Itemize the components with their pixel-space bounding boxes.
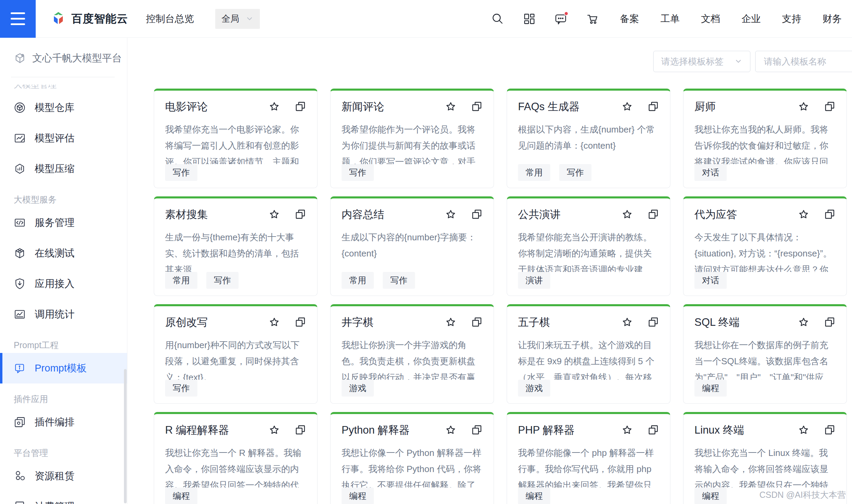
apps-grid-button[interactable] [523, 13, 536, 25]
card-tags: 常用写作 [342, 272, 483, 289]
favorite-button[interactable] [268, 424, 280, 436]
nav-item-gongdan[interactable]: 工单 [660, 12, 680, 25]
star-icon [798, 209, 809, 220]
favorite-button[interactable] [445, 209, 457, 220]
template-card[interactable]: Python 解释器 我想让你像一个 Python 解释器一样行事。我将给你 P… [330, 412, 494, 504]
nav-item-caiwu[interactable]: 财务 [822, 12, 842, 25]
template-name-input[interactable] [755, 51, 852, 72]
card-tag: 常用 [342, 272, 374, 289]
sidebar-item-model-warehouse[interactable]: 模型仓库 [0, 92, 127, 123]
favorite-button[interactable] [798, 317, 809, 328]
favorite-button[interactable] [445, 317, 457, 328]
copy-icon [471, 209, 483, 220]
resource-leasing-icon [14, 470, 26, 482]
template-card[interactable]: FAQs 生成器 根据以下内容，生成{number} 个常见问题的清单：{con… [507, 89, 670, 188]
sidebar-menu: 大模型管理 模型仓库 模型评估 模型压缩 大模型服务 服务管理 在线测试 应用接… [0, 79, 127, 504]
nav-item-qiye[interactable]: 企业 [741, 12, 761, 25]
card-tag: 写作 [206, 272, 239, 289]
nav-item-beian[interactable]: 备案 [620, 12, 639, 25]
template-card[interactable]: 电影评论 我希望你充当一个电影评论家。你将编写一篇引人入胜和有创意的影评。你可以… [154, 89, 318, 188]
sidebar-item-plugin-orchestration[interactable]: 插件编排 [0, 407, 127, 437]
copy-icon [647, 209, 659, 220]
template-card[interactable]: 厨师 我想让你充当我的私人厨师。我将告诉你我的饮食偏好和过敏症，你将建议我尝试的… [683, 89, 847, 188]
copy-icon [647, 101, 659, 113]
template-card[interactable]: 新闻评论 我希望你能作为一个评论员。我将为你们提供与新闻有关的故事或话题，你们要… [330, 89, 494, 188]
hamburger-menu-button[interactable] [0, 0, 36, 38]
card-title: 电影评论 [165, 100, 254, 114]
favorite-button[interactable] [798, 101, 809, 113]
sidebar-item-call-statistics[interactable]: 调用统计 [0, 299, 127, 330]
sidebar-item-billing-management[interactable]: 计费管理 [0, 491, 127, 504]
copy-button[interactable] [824, 209, 836, 220]
brand-logo[interactable]: 百度智能云 [50, 11, 128, 27]
region-selector-value: 全局 [221, 13, 239, 25]
template-card[interactable]: 素材搜集 生成一份与{theme}有关的十大事实、统计数据和趋势的清单，包括其来… [154, 196, 318, 296]
favorite-button[interactable] [268, 317, 280, 328]
copy-button[interactable] [824, 317, 836, 328]
copy-button[interactable] [295, 209, 306, 220]
copy-button[interactable] [471, 101, 483, 113]
copy-button[interactable] [471, 209, 483, 220]
copy-button[interactable] [647, 101, 659, 113]
star-icon [268, 101, 280, 113]
sidebar-item-app-access[interactable]: 应用接入 [0, 268, 127, 299]
favorite-button[interactable] [268, 101, 280, 113]
copy-button[interactable] [295, 101, 306, 113]
sidebar-item-resource-leasing[interactable]: 资源租赁 [0, 461, 127, 491]
template-card[interactable]: R 编程解释器 我想让你充当一个 R 解释器。我输入命令，你回答终端应该显示的内… [154, 412, 318, 504]
favorite-button[interactable] [621, 101, 633, 113]
favorite-button[interactable] [445, 101, 457, 113]
region-selector[interactable]: 全局 [215, 9, 260, 29]
copy-button[interactable] [824, 101, 836, 113]
copy-button[interactable] [824, 424, 836, 436]
favorite-button[interactable] [621, 317, 633, 328]
template-card[interactable]: PHP 解释器 我希望你能像一个 php 解释器一样行事。我给你写代码，你就用 … [507, 412, 670, 504]
copy-button[interactable] [471, 317, 483, 328]
copy-button[interactable] [295, 424, 306, 436]
card-description: 我想让你扮演一个井字游戏的角色。我负责走棋，你负责更新棋盘以反映我的行动，并决定… [342, 337, 483, 380]
star-icon [445, 101, 457, 113]
template-card[interactable]: 公共演讲 我希望你能充当公开演讲的教练。你将制定清晰的沟通策略，提供关于肢体语言… [507, 196, 670, 296]
template-card[interactable]: 五子棋 让我们来玩五子棋。这个游戏的目标是在 9x9 的棋盘上连续得到 5 个（… [507, 304, 670, 404]
favorite-button[interactable] [621, 424, 633, 436]
sidebar-item-service-management[interactable]: 服务管理 [0, 207, 127, 238]
template-card[interactable]: 代为应答 今天发生了以下具体情况：{situation}, 对方说：“{resp… [683, 196, 847, 296]
nav-item-zhichi[interactable]: 支持 [782, 12, 801, 25]
favorite-button[interactable] [798, 209, 809, 220]
card-tag: 游戏 [342, 380, 374, 397]
card-title: 厨师 [694, 100, 783, 114]
top-navbar: 百度智能云 控制台总览 全局 备案 工单 文档 企业 支持 财务 [0, 0, 852, 38]
template-card[interactable]: 井字棋 我想让你扮演一个井字游戏的角色。我负责走棋，你负责更新棋盘以反映我的行动… [330, 304, 494, 404]
copy-button[interactable] [471, 424, 483, 436]
copy-button[interactable] [647, 424, 659, 436]
template-card[interactable]: 内容总结 生成以下内容的{number}字摘要：{content} 常用写作 [330, 196, 494, 296]
favorite-button[interactable] [798, 424, 809, 436]
messages-button[interactable] [555, 13, 567, 25]
template-card[interactable]: 原创改写 用{number}种不同的方式改写以下段落，以避免重复，同时保持其含义… [154, 304, 318, 404]
copy-button[interactable] [295, 317, 306, 328]
sidebar-item-prompt-template[interactable]: Prompt模板 [0, 353, 127, 383]
copy-button[interactable] [647, 317, 659, 328]
card-title: 代为应答 [694, 207, 783, 222]
copy-button[interactable] [647, 209, 659, 220]
template-tag-select[interactable]: 请选择模板标签 [653, 51, 750, 72]
copy-icon [824, 209, 836, 220]
online-test-icon [14, 247, 26, 259]
favorite-button[interactable] [445, 424, 457, 436]
search-button[interactable] [492, 13, 504, 25]
console-overview-title[interactable]: 控制台总览 [146, 12, 194, 25]
favorite-button[interactable] [268, 209, 280, 220]
sidebar-item-online-test[interactable]: 在线测试 [0, 238, 127, 268]
sidebar-item-model-evaluation[interactable]: 模型评估 [0, 123, 127, 153]
card-tags: 编程 [694, 380, 836, 397]
sidebar-scrollbar[interactable] [124, 369, 127, 503]
card-tag: 游戏 [518, 380, 550, 397]
template-card[interactable]: SQL 终端 我想让你在一个数据库的例子前充当一个SQL终端。该数据库包含名为"… [683, 304, 847, 404]
sidebar-group-plugin-apps: 插件应用 [14, 393, 127, 405]
sidebar-item-model-compression[interactable]: 模型压缩 [0, 153, 127, 184]
cart-button[interactable] [586, 13, 599, 25]
card-tag: 对话 [694, 272, 727, 289]
copy-icon [824, 424, 836, 436]
favorite-button[interactable] [621, 209, 633, 220]
nav-item-wendang[interactable]: 文档 [701, 12, 720, 25]
